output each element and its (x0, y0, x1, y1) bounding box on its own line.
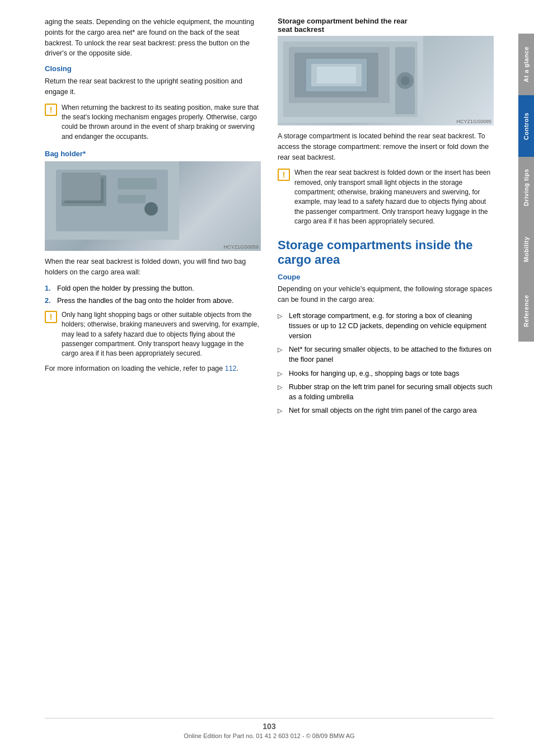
more-info-link[interactable]: 112 (225, 365, 237, 372)
bag-holder-step-2: 2. Press the handles of the bag onto the… (45, 296, 261, 306)
svg-rect-7 (118, 195, 146, 203)
right-column: Storage compartment behind the rear seat… (278, 17, 494, 707)
bullet-icon (278, 406, 284, 416)
coupe-heading: Coupe (278, 273, 494, 281)
intro-text: aging the seats. Depending on the vehicl… (45, 17, 261, 59)
coupe-items-list: Left storage compartment, e.g. for stori… (278, 311, 494, 416)
list-item: Rubber strap on the left trim panel for … (278, 382, 494, 402)
sidebar-tabs: At a glance Controls Driving tips Mobili… (516, 0, 534, 756)
bullet-icon (278, 311, 284, 321)
sidebar-item-driving[interactable]: Driving tips (518, 157, 534, 218)
sidebar-item-at-glance[interactable]: At a glance (518, 34, 534, 95)
cargo-section-heading: Storage compartments inside the cargo ar… (278, 238, 494, 268)
storage-compartment-image: HCYZ1GS0095 (278, 36, 494, 125)
list-item: Net for small objects on the right trim … (278, 405, 494, 416)
bag-holder-image: HCYZ1GS0059 (45, 161, 261, 251)
closing-text: Return the rear seat backrest to the upr… (45, 76, 261, 97)
sidebar-item-mobility[interactable]: Mobility (518, 218, 534, 280)
closing-heading: Closing (45, 64, 261, 73)
left-column: aging the seats. Depending on the vehicl… (45, 17, 261, 707)
warning-icon-3: ! (278, 169, 290, 181)
svg-rect-15 (317, 67, 356, 83)
warning-text-1: When returning the backrest to its seati… (62, 103, 261, 142)
cargo-section: Storage compartments inside the cargo ar… (278, 238, 494, 416)
list-item: Left storage compartment, e.g. for stori… (278, 311, 494, 341)
warning-box-2: ! Only hang light shopping bags or other… (45, 310, 261, 359)
page-footer: 103 Online Edition for Part no. 01 41 2 … (45, 718, 494, 739)
svg-rect-4 (67, 181, 101, 188)
footer-text: Online Edition for Part no. 01 41 2 603 … (184, 732, 354, 739)
bag-holder-desc: When the rear seat backrest is folded do… (45, 256, 261, 278)
svg-rect-3 (64, 178, 104, 203)
svg-point-8 (144, 202, 158, 216)
svg-point-18 (401, 76, 410, 85)
bullet-icon (278, 369, 284, 379)
warning-icon-2: ! (45, 311, 57, 323)
warning-box-3: ! When the rear seat backrest is folded … (278, 168, 494, 226)
storage-heading: Storage compartment behind the rear seat… (278, 17, 494, 34)
list-item: Net* for securing smaller objects, to be… (278, 344, 494, 365)
sidebar-item-controls[interactable]: Controls (518, 95, 534, 157)
storage-img-label: HCYZ1GS0095 (456, 119, 491, 124)
bag-holder-heading: Bag holder* (45, 150, 261, 158)
bag-holder-steps: 1. Fold open the holder by pressing the … (45, 283, 261, 306)
more-info-text: For more information on loading the vehi… (45, 363, 261, 374)
bag-holder-step-1: 1. Fold open the holder by pressing the … (45, 283, 261, 293)
page-number: 103 (45, 722, 494, 731)
bullet-icon (278, 345, 284, 354)
bullet-icon (278, 382, 284, 392)
warning-icon-1: ! (45, 104, 57, 116)
svg-rect-5 (67, 190, 101, 197)
warning-box-1: ! When returning the backrest to its sea… (45, 103, 261, 142)
storage-desc: A storage compartment is located behind … (278, 131, 494, 162)
sidebar-item-reference[interactable]: Reference (518, 280, 534, 342)
svg-rect-6 (118, 178, 157, 189)
list-item: Hooks for hanging up, e.g., shopping bag… (278, 368, 494, 379)
bag-holder-img-label: HCYZ1GS0059 (223, 244, 259, 250)
warning-text-3: When the rear seat backrest is folded do… (294, 168, 494, 226)
coupe-desc: Depending on your vehicle's equipment, t… (278, 284, 494, 305)
warning-text-2: Only hang light shopping bags or other s… (62, 310, 261, 359)
